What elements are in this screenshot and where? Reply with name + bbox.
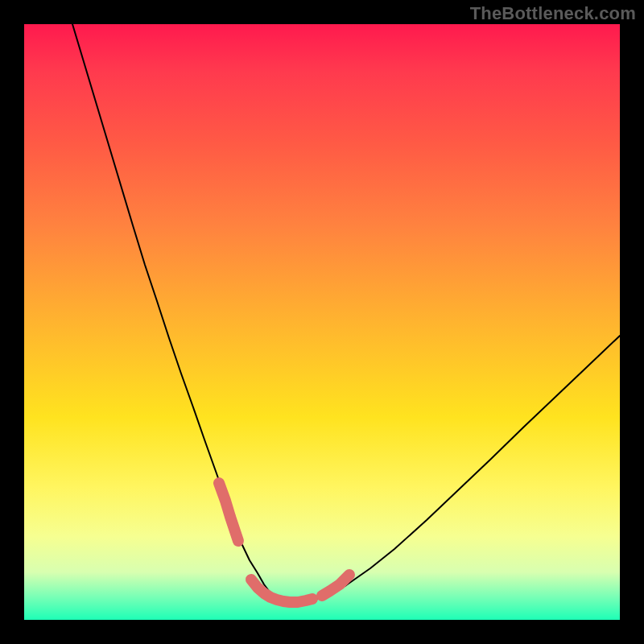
- bottleneck-curve: [72, 24, 620, 602]
- watermark-text: TheBottleneck.com: [470, 3, 636, 24]
- marker-segment-left: [219, 483, 238, 541]
- chart-svg: [24, 24, 620, 620]
- marker-segment-right: [322, 575, 349, 596]
- marker-segment-bottom: [251, 580, 312, 602]
- plot-area: [24, 24, 620, 620]
